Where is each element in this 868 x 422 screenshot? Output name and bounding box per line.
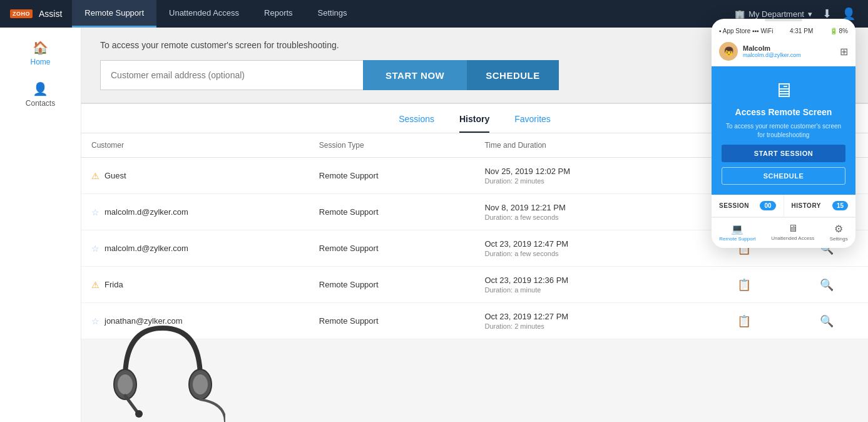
svg-point-0 — [114, 369, 136, 399]
contacts-icon: 👤 — [33, 81, 48, 96]
session-type-cell: Remote Support — [309, 303, 475, 339]
mockup-nav-remote-support[interactable]: 💻 Remote Support — [719, 223, 755, 242]
mockup-user-email: malcolm.d@zylker.com — [743, 52, 801, 58]
nav-item-settings[interactable]: Settings — [305, 0, 360, 28]
session-type-cell: Remote Support — [309, 230, 475, 267]
svg-point-3 — [193, 374, 208, 394]
home-icon: 🏠 — [33, 40, 48, 55]
mockup-nav-unattended[interactable]: 🖥 Unattended Access — [771, 223, 814, 242]
audit-cell[interactable]: 🔍 — [785, 303, 868, 339]
mockup-avatar: 👦 — [719, 42, 738, 61]
mockup-start-session-button[interactable]: START SESSION — [722, 145, 845, 162]
warning-icon: ⚠ — [91, 171, 100, 181]
customer-name: Frida — [105, 280, 123, 289]
notes-icon[interactable]: 📋 — [737, 279, 751, 291]
table-row: ⚠FridaRemote SupportOct 23, 2019 12:36 P… — [81, 267, 868, 303]
session-date: Oct 23, 2019 12:47 PM — [484, 239, 692, 249]
start-now-button[interactable]: START NOW — [363, 60, 467, 90]
time-cell: Nov 8, 2019 12:21 PMDuration: a few seco… — [474, 194, 702, 230]
col-header-customer: Customer — [81, 133, 309, 158]
star-icon: ☆ — [91, 207, 100, 217]
svg-point-1 — [118, 374, 133, 394]
mockup-history-badge: 15 — [832, 201, 848, 210]
col-header-session-type: Session Type — [309, 133, 475, 158]
session-type-cell: Remote Support — [309, 267, 475, 303]
notes-icon[interactable]: 📋 — [737, 315, 751, 327]
schedule-button[interactable]: SCHEDULE — [467, 60, 559, 90]
session-duration: Duration: a minute — [484, 286, 692, 294]
grid-icon: ⊞ — [840, 46, 848, 58]
zoho-logo: ZOHO Assist — [10, 9, 62, 19]
remote-screen-icon: 🖥 — [774, 79, 794, 102]
mockup-session-badge: 00 — [760, 201, 775, 210]
star-icon: ☆ — [91, 316, 100, 326]
session-duration: Duration: a few seconds — [484, 250, 692, 257]
mockup-subtitle: To access your remote customer's screen … — [722, 122, 845, 140]
mockup-sessions-row: SESSION 00 HISTORY 15 — [712, 195, 855, 217]
audit-cell[interactable]: 🔍 — [785, 267, 868, 303]
mockup-session-label: SESSION — [719, 202, 749, 209]
nav-items: Remote Support Unattended Access Reports… — [72, 0, 359, 28]
mockup-history-label: HISTORY — [792, 202, 821, 209]
customer-cell: ☆jonathan@zylker.com — [81, 303, 309, 339]
customer-name: Guest — [105, 171, 126, 180]
mockup-user-info: Malcolm malcolm.d@zylker.com — [743, 44, 801, 58]
logo-area: ZOHO Assist — [0, 0, 72, 28]
sidebar-item-home[interactable]: 🏠 Home — [0, 33, 81, 74]
customer-cell: ☆malcolm.d@zylker.com — [81, 194, 309, 230]
customer-name: jonathan@zylker.com — [105, 316, 182, 326]
audit-icon[interactable]: 🔍 — [820, 279, 834, 291]
time-cell: Nov 25, 2019 12:02 PMDuration: 2 minutes — [474, 158, 702, 194]
mockup-status-bar: ▪ App Store ▪▪▪ WiFi 4:31 PM 🔋 8% — [712, 24, 855, 37]
sidebar-contacts-label: Contacts — [26, 99, 55, 108]
customer-name: malcolm.d@zylker.com — [105, 244, 188, 253]
mockup-nav-settings-label: Settings — [830, 236, 848, 242]
mockup-schedule-button[interactable]: SCHEDULE — [722, 167, 845, 185]
notes-cell[interactable]: 📋 — [702, 303, 785, 339]
chevron-down-icon: ▾ — [808, 9, 812, 19]
department-button[interactable]: 🏢 My Department ▾ — [735, 9, 812, 19]
mobile-mockup: ▪ App Store ▪▪▪ WiFi 4:31 PM 🔋 8% 👦 Malc… — [712, 19, 855, 248]
svg-line-4 — [125, 396, 138, 413]
nav-item-reports[interactable]: Reports — [252, 0, 305, 28]
zoho-badge: ZOHO — [10, 9, 33, 18]
session-duration: Duration: 2 minutes — [484, 177, 692, 185]
col-header-time: Time and Duration — [474, 133, 702, 158]
mockup-title: Access Remote Screen — [735, 107, 832, 117]
audit-icon[interactable]: 🔍 — [820, 315, 834, 327]
nav-item-remote-support[interactable]: Remote Support — [72, 0, 156, 28]
battery-icon: 🔋 8% — [830, 28, 848, 34]
notes-cell[interactable]: 📋 — [702, 267, 785, 303]
tab-sessions[interactable]: Sessions — [399, 114, 434, 133]
mockup-bottom-nav: 💻 Remote Support 🖥 Unattended Access ⚙ S… — [712, 217, 855, 248]
time-cell: Oct 23, 2019 12:27 PMDuration: 2 minutes — [474, 303, 702, 339]
customer-cell: ⚠Guest — [81, 158, 309, 194]
warning-icon: ⚠ — [91, 280, 100, 290]
tab-history[interactable]: History — [459, 114, 489, 133]
star-icon: ☆ — [91, 244, 100, 254]
mockup-user-name: Malcolm — [743, 44, 801, 52]
mockup-notch — [765, 19, 802, 21]
department-label: My Department — [748, 9, 804, 19]
svg-point-2 — [189, 369, 212, 399]
tab-favorites[interactable]: Favorites — [514, 114, 551, 133]
session-duration: Duration: a few seconds — [484, 214, 692, 221]
mockup-nav-unattended-label: Unattended Access — [771, 235, 814, 241]
mockup-history-item: HISTORY 15 — [784, 195, 856, 217]
mockup-header: 👦 Malcolm malcolm.d@zylker.com ⊞ — [712, 37, 855, 66]
mockup-time: 4:31 PM — [790, 28, 813, 34]
sidebar-item-contacts[interactable]: 👤 Contacts — [0, 74, 81, 115]
nav-item-unattended-access[interactable]: Unattended Access — [156, 0, 252, 28]
session-date: Oct 23, 2019 12:27 PM — [484, 312, 692, 321]
session-date: Nov 25, 2019 12:02 PM — [484, 167, 692, 176]
signal-icon: ▪ App Store ▪▪▪ WiFi — [719, 28, 773, 34]
mockup-nav-remote-label: Remote Support — [719, 236, 755, 242]
customer-email-input[interactable] — [100, 60, 363, 90]
mockup-nav-settings[interactable]: ⚙ Settings — [830, 223, 848, 242]
sidebar: 🏠 Home 👤 Contacts — [0, 28, 81, 422]
remote-support-nav-icon: 💻 — [731, 223, 743, 235]
department-icon: 🏢 — [735, 9, 745, 19]
mockup-session-item: SESSION 00 — [712, 195, 784, 217]
customer-cell: ☆malcolm.d@zylker.com — [81, 230, 309, 267]
table-row: ☆jonathan@zylker.comRemote SupportOct 23… — [81, 303, 868, 339]
